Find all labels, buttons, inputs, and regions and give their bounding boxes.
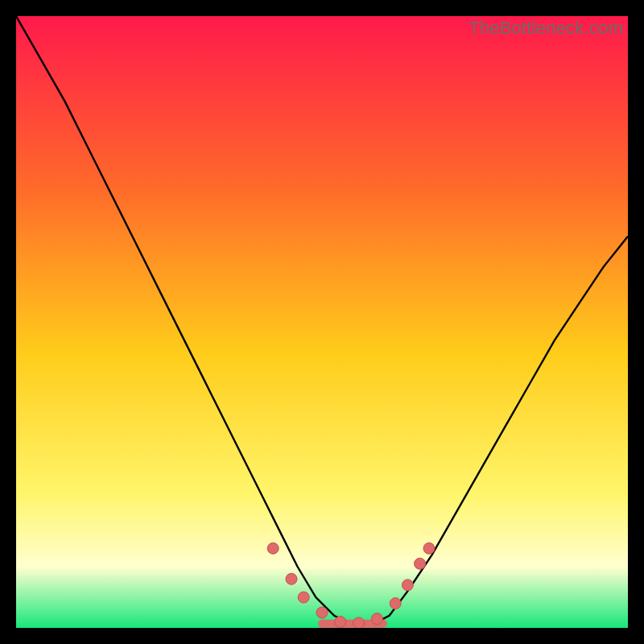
curve-marker bbox=[298, 592, 309, 603]
curve-marker bbox=[286, 573, 297, 584]
curve-marker bbox=[423, 543, 435, 554]
bottleneck-chart bbox=[16, 16, 628, 628]
curve-marker bbox=[267, 543, 279, 554]
curve-marker bbox=[316, 607, 328, 618]
chart-frame: TheBottleneck.com bbox=[16, 16, 628, 628]
curve-marker bbox=[415, 558, 426, 569]
gradient-background bbox=[16, 16, 628, 628]
curve-marker bbox=[371, 613, 382, 625]
curve-marker bbox=[402, 580, 413, 591]
curve-marker bbox=[353, 617, 365, 628]
watermark-text: TheBottleneck.com bbox=[469, 18, 623, 39]
curve-marker bbox=[335, 616, 346, 627]
curve-marker bbox=[390, 598, 401, 609]
